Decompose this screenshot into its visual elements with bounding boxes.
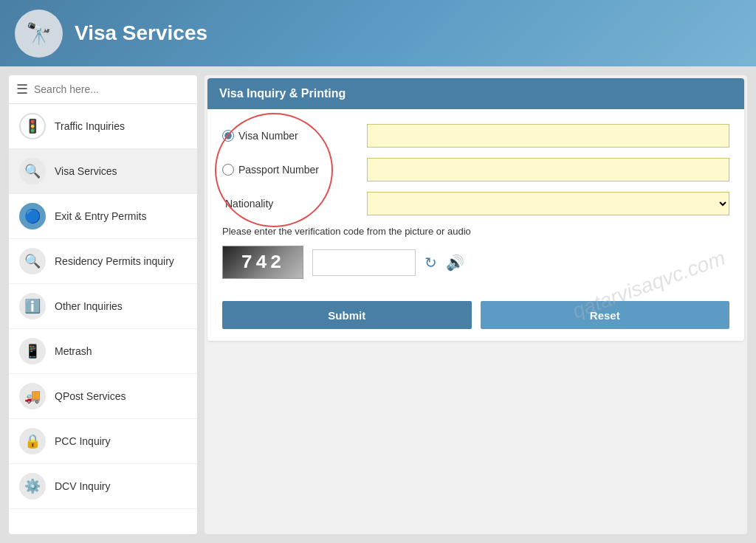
visa-number-row: Visa Number xyxy=(222,124,729,148)
passport-number-text: Passport Number xyxy=(238,164,319,176)
hamburger-icon[interactable]: ☰ xyxy=(16,81,28,97)
sidebar-item-qpost[interactable]: 🚚 QPost Services xyxy=(9,374,197,419)
form-card: Visa Inquiry & Printing Visa Number xyxy=(207,78,744,341)
sidebar-item-label: Other Inquiries xyxy=(55,300,123,312)
form-body: Visa Number Passport Number Nationality xyxy=(207,109,744,341)
sidebar-item-label: Metrash xyxy=(55,345,92,357)
reset-button[interactable]: Reset xyxy=(481,301,730,329)
main-container: ☰ 🚦 Traffic Inquiries 🔍 Visa Services 🔵 … xyxy=(0,66,756,543)
button-row: Submit Reset xyxy=(222,294,729,333)
sidebar-item-residency[interactable]: 🔍 Residency Permits inquiry xyxy=(9,239,197,284)
qpost-icon: 🚚 xyxy=(19,383,46,409)
passport-number-radio[interactable] xyxy=(222,164,234,176)
captcha-input[interactable] xyxy=(312,249,416,276)
passport-number-label[interactable]: Passport Number xyxy=(222,164,355,176)
sidebar-item-dcv[interactable]: ⚙️ DCV Inquiry xyxy=(9,464,197,509)
sidebar-item-label: Exit & Entry Permits xyxy=(55,210,146,222)
sidebar-item-metrash[interactable]: 📱 Metrash xyxy=(9,329,197,374)
app-header: 🔭 Visa Services xyxy=(0,0,756,66)
sidebar-item-pcc[interactable]: 🔒 PCC Inquiry xyxy=(9,419,197,464)
dcv-icon: ⚙️ xyxy=(19,473,46,499)
sidebar-item-other[interactable]: ℹ️ Other Inquiries xyxy=(9,284,197,329)
pcc-icon: 🔒 xyxy=(19,428,46,454)
sidebar-item-label: DCV Inquiry xyxy=(55,480,110,492)
visa-number-radio[interactable] xyxy=(222,130,234,142)
search-input[interactable] xyxy=(34,83,190,95)
visa-number-label[interactable]: Visa Number xyxy=(222,130,355,142)
other-icon: ℹ️ xyxy=(19,293,46,319)
passport-number-input[interactable] xyxy=(367,158,729,181)
logo-icon: 🔭 xyxy=(26,21,52,46)
search-bar: ☰ xyxy=(9,75,197,104)
audio-icon[interactable]: 🔊 xyxy=(446,254,464,272)
sidebar-item-label: Visa Services xyxy=(55,165,117,177)
verification-text: Please enter the verification code from … xyxy=(222,226,729,237)
visa-icon: 🔍 xyxy=(19,158,46,184)
header-logo: 🔭 xyxy=(15,10,63,58)
sidebar-item-traffic[interactable]: 🚦 Traffic Inquiries xyxy=(9,104,197,149)
exit-icon: 🔵 xyxy=(19,203,46,229)
content-area: Visa Inquiry & Printing Visa Number xyxy=(205,75,747,534)
submit-button[interactable]: Submit xyxy=(222,301,472,329)
captcha-row: 742 ↻ 🔊 xyxy=(222,246,729,279)
captcha-value: 742 xyxy=(241,252,285,274)
nationality-select[interactable]: Qatar Saudi Arabia UAE Egypt Jordan Indi… xyxy=(367,192,729,215)
visa-number-input[interactable] xyxy=(367,124,729,148)
nationality-label: Nationality xyxy=(222,198,355,210)
residency-icon: 🔍 xyxy=(19,248,46,274)
form-title: Visa Inquiry & Printing xyxy=(207,78,744,109)
metrash-icon: 📱 xyxy=(19,338,46,364)
captcha-image: 742 xyxy=(222,246,303,279)
visa-number-text: Visa Number xyxy=(238,130,298,142)
sidebar: ☰ 🚦 Traffic Inquiries 🔍 Visa Services 🔵 … xyxy=(9,75,197,534)
nationality-row: Nationality Qatar Saudi Arabia UAE Egypt… xyxy=(222,192,729,215)
sidebar-item-exit[interactable]: 🔵 Exit & Entry Permits xyxy=(9,194,197,239)
sidebar-item-label: Traffic Inquiries xyxy=(55,120,125,132)
sidebar-item-label: PCC Inquiry xyxy=(55,435,110,447)
sidebar-item-label: Residency Permits inquiry xyxy=(55,255,174,267)
header-title: Visa Services xyxy=(75,21,207,45)
passport-number-row: Passport Number xyxy=(222,158,729,181)
traffic-icon: 🚦 xyxy=(19,113,46,139)
refresh-icon[interactable]: ↻ xyxy=(425,254,437,272)
sidebar-item-visa[interactable]: 🔍 Visa Services xyxy=(9,149,197,194)
sidebar-item-label: QPost Services xyxy=(55,390,126,402)
